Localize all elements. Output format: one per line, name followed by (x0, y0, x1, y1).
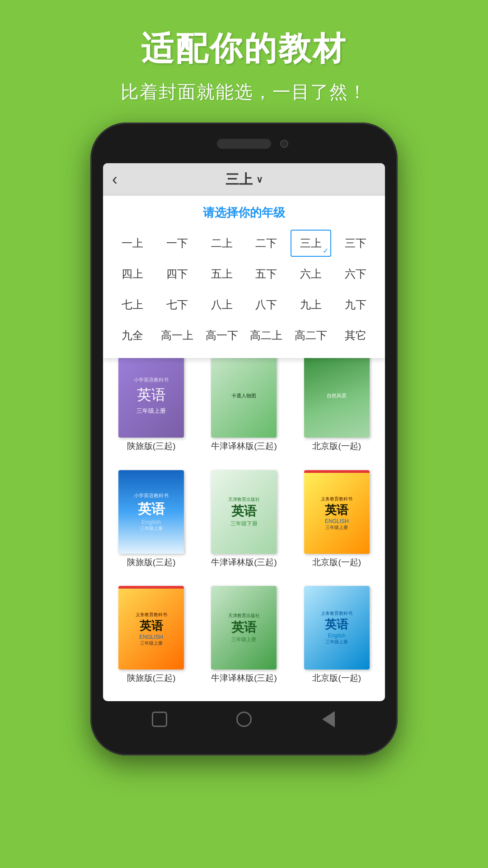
grade-item-g1b[interactable]: 高一下 (201, 322, 242, 349)
grade-item-3a[interactable]: 三上 (291, 230, 332, 257)
grade-item-9b[interactable]: 九下 (335, 291, 376, 318)
textbook-item-3[interactable]: 自然风景北京版(一起) (293, 354, 380, 465)
recent-icon (152, 712, 167, 727)
textbook-item-6[interactable]: 义务教育教科书英语ENGLISH三年级上册北京版(一起) (293, 470, 380, 581)
textbook-label-4: 陕旅版(三起) (127, 557, 176, 568)
grade-item-1a[interactable]: 一上 (112, 230, 153, 257)
grade-grid: 一上一下二上二下三上三下四上四下五上五下六上六下七上七下八上八下九上九下九全高一… (108, 230, 380, 349)
phone-camera (280, 140, 288, 148)
grade-item-6b[interactable]: 六下 (335, 260, 376, 288)
back-icon (322, 711, 335, 727)
grade-item-5b[interactable]: 五下 (246, 260, 287, 288)
textbook-item-5[interactable]: 天津教育出版社英语三年级下册牛津译林版(三起) (200, 470, 287, 581)
dropdown-arrow-icon[interactable]: ∨ (256, 174, 263, 185)
grade-item-7b[interactable]: 七下 (157, 291, 198, 318)
current-grade: 三上 (225, 170, 253, 189)
textbook-item-1[interactable]: 小学英语教科书英语三年级上册陕旅版(三起) (108, 354, 195, 465)
textbook-label-6: 北京版(一起) (312, 557, 361, 568)
grade-item-2a[interactable]: 二上 (201, 230, 242, 257)
textbook-grid: 小学英语教科书英语三年级上册陕旅版(三起)卡通人物图牛津译林版(三起)自然风景北… (103, 349, 385, 701)
grade-item-2b[interactable]: 二下 (246, 230, 287, 257)
textbook-label-7: 陕旅版(三起) (127, 672, 176, 684)
textbook-item-2[interactable]: 卡通人物图牛津译林版(三起) (200, 354, 287, 465)
textbook-item-8[interactable]: 天津教育出版社英语三年级上册牛津译林版(三起) (200, 586, 287, 697)
header-title: 三上 ∨ (225, 170, 263, 189)
grade-dropdown: 请选择你的年级 一上一下二上二下三上三下四上四下五上五下六上六下七上七下八上八下… (103, 196, 385, 358)
grade-item-7a[interactable]: 七上 (112, 291, 153, 318)
grade-item-g1a[interactable]: 高一上 (157, 322, 198, 349)
home-icon (236, 712, 252, 727)
grade-item-3b[interactable]: 三下 (335, 230, 376, 257)
grade-item-9all[interactable]: 九全 (112, 322, 153, 349)
nav-recent-button[interactable] (148, 708, 171, 731)
back-button[interactable]: ‹ (112, 170, 117, 189)
grade-item-8b[interactable]: 八下 (246, 291, 287, 318)
grade-item-9a[interactable]: 九上 (291, 291, 332, 318)
grade-dropdown-title: 请选择你的年级 (108, 205, 380, 221)
textbook-label-5: 牛津译林版(三起) (211, 557, 277, 568)
grade-item-1b[interactable]: 一下 (157, 230, 198, 257)
screen-header: ‹ 三上 ∨ (103, 163, 385, 196)
textbook-item-4[interactable]: 小学英语教科书英语English三年级上册陕旅版(三起) (108, 470, 195, 581)
nav-back-button[interactable] (317, 708, 340, 731)
textbook-label-9: 北京版(一起) (312, 672, 361, 684)
sub-title: 比着封面就能选，一目了然！ (0, 80, 488, 104)
phone-mockup: ‹ 三上 ∨ 请选择你的年级 一上一下二上二下三上三下四上四下五上五下六上六下七… (90, 123, 398, 755)
grade-item-g2b[interactable]: 高二下 (291, 322, 332, 349)
grade-item-4a[interactable]: 四上 (112, 260, 153, 288)
grade-item-other[interactable]: 其它 (335, 322, 376, 349)
grade-item-4b[interactable]: 四下 (157, 260, 198, 288)
textbook-label-2: 牛津译林版(三起) (211, 440, 277, 452)
main-title: 适配你的教材 (0, 27, 488, 71)
phone-outer: ‹ 三上 ∨ 请选择你的年级 一上一下二上二下三上三下四上四下五上五下六上六下七… (90, 123, 398, 755)
grade-item-g2a[interactable]: 高二上 (246, 322, 287, 349)
grade-item-8a[interactable]: 八上 (201, 291, 242, 318)
nav-home-button[interactable] (233, 708, 255, 731)
textbook-label-3: 北京版(一起) (312, 440, 361, 452)
grade-item-5a[interactable]: 五上 (201, 260, 242, 288)
textbook-label-1: 陕旅版(三起) (127, 440, 176, 452)
phone-speaker (217, 139, 271, 149)
grade-item-6a[interactable]: 六上 (291, 260, 332, 288)
phone-bottom-nav (90, 708, 398, 731)
top-text-area: 适配你的教材 比着封面就能选，一目了然！ (0, 0, 488, 123)
textbook-item-7[interactable]: 义务教育教科书英语ENGLISH三年级上册陕旅版(三起) (108, 586, 195, 697)
phone-screen: ‹ 三上 ∨ 请选择你的年级 一上一下二上二下三上三下四上四下五上五下六上六下七… (103, 163, 385, 701)
textbook-item-9[interactable]: 义务教育教科书英语English三年级上册北京版(一起) (293, 586, 380, 697)
textbook-label-8: 牛津译林版(三起) (211, 672, 277, 684)
